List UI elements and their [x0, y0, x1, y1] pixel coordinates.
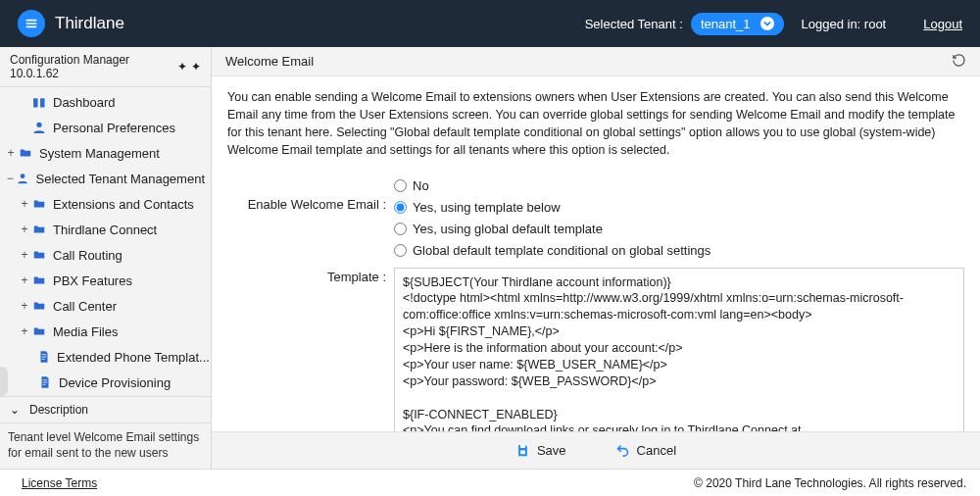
- file-icon: [37, 349, 51, 365]
- plus-icon: +: [18, 324, 31, 338]
- sidebar-item-extended-phone-templates[interactable]: Extended Phone Templat...: [0, 344, 211, 370]
- tenant-icon: [16, 171, 29, 186]
- content: Welcome Email You can enable sending a W…: [212, 47, 980, 469]
- plus-icon: +: [18, 248, 31, 262]
- expand-all-icon[interactable]: ✦: [177, 61, 187, 73]
- radio-global-conditional[interactable]: Global default template conditional on g…: [394, 240, 964, 262]
- logo-icon: [18, 10, 45, 37]
- sidebar-item-selected-tenant-management[interactable]: − Selected Tenant Management: [0, 166, 211, 191]
- refresh-icon[interactable]: [952, 53, 966, 71]
- logout-link[interactable]: Logout: [923, 17, 962, 31]
- radio-yes-template-below[interactable]: Yes, using template below: [394, 197, 964, 219]
- sidebar-item-device-provisioning[interactable]: Device Provisioning: [0, 370, 211, 395]
- page-description: You can enable sending a Welcome Email t…: [212, 76, 980, 166]
- plus-icon: +: [18, 273, 31, 287]
- sidebar-title: Configuration Manager 10.0.1.62: [10, 53, 177, 80]
- template-input[interactable]: [394, 268, 964, 444]
- description-panel-body: Tenant level Welcome Email settings for …: [0, 423, 211, 469]
- sidebar: Configuration Manager 10.0.1.62 ✦ ✦ ▮▮ D…: [0, 47, 212, 469]
- plus-icon: +: [18, 197, 31, 211]
- plus-icon: +: [4, 146, 18, 160]
- radio-no[interactable]: No: [394, 175, 964, 197]
- sidebar-item-dashboard[interactable]: ▮▮ Dashboard: [0, 89, 211, 115]
- license-terms-link[interactable]: License Terms: [22, 476, 97, 490]
- folder-icon: [18, 145, 33, 161]
- logged-in-label: Logged in: root: [802, 17, 887, 31]
- chevron-down-icon: ⌄: [10, 403, 20, 417]
- sidebar-item-extensions-contacts[interactable]: + Extensions and Contacts: [0, 191, 211, 217]
- svg-point-1: [21, 174, 25, 178]
- sidebar-item-system-management[interactable]: + System Management: [0, 140, 211, 166]
- page-title: Welcome Email: [225, 54, 314, 69]
- plus-icon: +: [18, 223, 31, 236]
- user-icon: [31, 120, 47, 135]
- tenant-selector[interactable]: tenant_1: [691, 13, 784, 35]
- collapse-all-icon[interactable]: ✦: [191, 61, 201, 73]
- action-bar: Save Cancel: [212, 431, 980, 469]
- folder-icon: [31, 222, 47, 237]
- content-header: Welcome Email: [212, 47, 980, 76]
- svg-point-0: [36, 123, 41, 127]
- sidebar-item-call-center[interactable]: + Call Center: [0, 293, 211, 319]
- sidebar-item-thirdlane-connect[interactable]: + Thirdlane Connect: [0, 217, 211, 242]
- sidebar-item-call-routing[interactable]: + Call Routing: [0, 242, 211, 268]
- plus-icon: +: [18, 299, 31, 313]
- sidebar-header: Configuration Manager 10.0.1.62 ✦ ✦: [0, 47, 211, 87]
- radio-yes-global-default[interactable]: Yes, using global default template: [394, 219, 964, 240]
- description-panel-header[interactable]: ⌄ Description: [0, 396, 211, 423]
- svg-rect-3: [520, 451, 525, 455]
- chevron-down-icon: [760, 17, 774, 30]
- cancel-button[interactable]: Cancel: [615, 443, 676, 459]
- svg-rect-2: [520, 445, 525, 448]
- tenant-selector-value: tenant_1: [701, 17, 751, 31]
- folder-icon: [31, 273, 47, 288]
- footer: License Terms © 2020 Third Lane Technolo…: [0, 469, 980, 496]
- sidebar-item-pbx-features[interactable]: + PBX Features: [0, 268, 211, 293]
- undo-icon: [615, 443, 631, 459]
- copyright-text: © 2020 Third Lane Technologies. All righ…: [694, 476, 966, 490]
- minus-icon: −: [4, 172, 16, 185]
- sidebar-item-personal-preferences[interactable]: Personal Preferences: [0, 115, 211, 140]
- nav-tree: ▮▮ Dashboard Personal Preferences + Syst…: [0, 87, 211, 396]
- chart-icon: ▮▮: [31, 94, 47, 110]
- selected-tenant-label: Selected Tenant :: [585, 17, 683, 31]
- save-icon: [515, 443, 531, 459]
- folder-icon: [31, 196, 47, 212]
- file-icon: [37, 374, 53, 390]
- folder-icon: [31, 323, 47, 339]
- brand-name: Thirdlane: [55, 14, 124, 33]
- folder-icon: [31, 247, 47, 263]
- save-button[interactable]: Save: [515, 443, 566, 459]
- enable-welcome-email-label: Enable Welcome Email :: [227, 175, 394, 212]
- template-label: Template :: [227, 268, 394, 284]
- sidebar-item-tenant-branding[interactable]: Tenant Branding: [0, 395, 211, 396]
- resize-handle[interactable]: [0, 367, 8, 396]
- sidebar-item-media-files[interactable]: + Media Files: [0, 319, 211, 344]
- top-nav: Thirdlane Selected Tenant : tenant_1 Log…: [0, 0, 980, 47]
- folder-icon: [31, 298, 47, 314]
